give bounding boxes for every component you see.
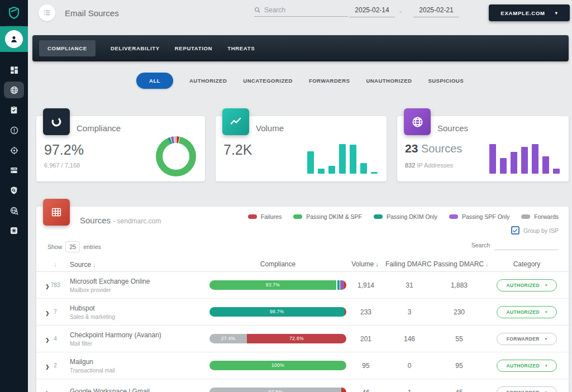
row-passing-dmarc: 230 <box>433 308 485 316</box>
compliance-bar-segment: 100% <box>209 361 346 370</box>
category-pill[interactable]: AUTHORIZED ▾ <box>497 306 557 318</box>
shield-search-icon <box>9 186 18 195</box>
volume-bar <box>339 144 346 174</box>
group-by-isp-toggle[interactable]: Group by ISP <box>511 226 559 235</box>
legend-item: Passing SPF Only <box>449 213 509 220</box>
sources-table-icon <box>43 199 70 226</box>
entries-count-input[interactable] <box>65 241 80 252</box>
alert-circle-icon <box>9 126 19 135</box>
ip-count-label: IP Addresses <box>417 162 453 169</box>
table-search-label: Search <box>471 242 490 250</box>
sendmarc-logo-icon[interactable] <box>0 0 28 26</box>
tab-compliance[interactable]: COMPLIANCE <box>39 40 96 56</box>
sidebar-item-account[interactable] <box>0 26 28 52</box>
filter-item[interactable]: SUSPICIOUS <box>428 78 464 84</box>
row-volume: 95 <box>346 362 385 370</box>
tab-item[interactable]: REPUTATION <box>175 45 212 51</box>
volume-bar <box>318 169 325 174</box>
page-title: Email Sources <box>65 8 119 18</box>
legend-label: Failures <box>261 213 282 220</box>
sort-icon-active[interactable]: ↓ <box>375 261 379 267</box>
row-source-name: Checkpoint Harmony (Avanan) <box>70 331 209 339</box>
table-row[interactable]: ❯ 4 Checkpoint Harmony (Avanan) Mail fil… <box>36 326 569 352</box>
search-icon <box>254 7 261 13</box>
sidebar-item-alerts[interactable] <box>0 120 28 140</box>
column-source[interactable]: Source <box>70 261 91 269</box>
compliance-bar-label: 27.4% <box>209 334 247 343</box>
table-row[interactable]: ❯ 2 Mailgun Transactional mail 100% 95 0… <box>36 352 569 379</box>
sidebar-item-reports[interactable] <box>0 100 28 120</box>
table-search: Search <box>471 241 559 250</box>
show-entries-suffix: entries <box>83 243 101 250</box>
sidebar-item-lookup[interactable] <box>0 200 28 221</box>
compliance-donut-chart <box>156 136 196 176</box>
group-by-isp-checkbox[interactable] <box>511 226 519 235</box>
compliance-percentage: 97.2% <box>44 142 84 158</box>
category-label: FORWARDER <box>507 390 540 392</box>
column-compliance[interactable]: Compliance <box>209 260 346 268</box>
filter-item[interactable]: AUTHORIZED <box>189 78 227 84</box>
legend-label: Passing SPF Only <box>462 213 509 220</box>
category-pill[interactable]: AUTHORIZED ▾ <box>497 279 557 291</box>
table-title-separator: - <box>113 217 115 225</box>
sort-icon[interactable]: ↓ <box>54 261 57 267</box>
caret-down-icon: ▾ <box>555 11 558 16</box>
sources-table-card: Sources - sendmarc.com Failures Passing … <box>36 207 569 392</box>
sidebar-item-dashboard[interactable] <box>0 60 28 80</box>
row-volume: 201 <box>346 335 385 343</box>
table-row[interactable]: ❯ 783 Microsoft Exchange Online Mailbox … <box>36 272 569 299</box>
global-search[interactable] <box>254 6 348 17</box>
sidebar-item-settings[interactable] <box>0 221 28 241</box>
row-ip-count: 2 <box>47 362 63 369</box>
table-search-input[interactable] <box>494 241 559 250</box>
top-bar: Email Sources - EXAMPLE.COM ▾ <box>28 0 572 26</box>
tab-item[interactable]: DELIVERABILITY <box>111 45 160 51</box>
filter-all[interactable]: ALL <box>136 73 173 89</box>
filter-item[interactable]: UNCATEGORIZED <box>243 78 293 84</box>
row-compliance-bar: 93.7% <box>209 280 346 290</box>
search-input[interactable] <box>264 6 342 14</box>
table-row[interactable]: ❯ 7 Hubspot Sales & marketing 98.7% 23 <box>36 299 569 326</box>
table-row[interactable]: ❯ Google Workspace | Gmail 97.8% 46 <box>36 379 569 392</box>
sources-count-label: Sources <box>421 142 462 155</box>
date-to-input[interactable] <box>413 6 459 17</box>
sidebar-item-hosts[interactable] <box>0 160 28 180</box>
row-failing-dmarc: 1 <box>385 389 433 392</box>
category-pill[interactable]: FORWARDER ▾ <box>497 333 557 345</box>
category-pill[interactable]: AUTHORIZED ▾ <box>497 360 557 372</box>
column-failing-dmarc[interactable]: Failing DMARC <box>385 260 432 268</box>
compliance-bar-label: 93.7% <box>209 280 336 290</box>
sidebar-item-email-sources[interactable] <box>0 80 28 100</box>
domain-selector-button[interactable]: EXAMPLE.COM ▾ <box>489 4 570 21</box>
sources-count: 23 <box>405 142 418 155</box>
volume-bar <box>307 151 314 174</box>
tab-item[interactable]: THREATS <box>227 45 255 51</box>
volume-bar <box>360 163 367 174</box>
filter-item[interactable]: UNAUTHORIZED <box>366 78 412 84</box>
category-label: AUTHORIZED <box>506 309 540 315</box>
category-pill[interactable]: FORWARDER ▾ <box>497 386 557 392</box>
date-from-input[interactable] <box>349 6 395 17</box>
row-failing-dmarc: 3 <box>385 308 433 316</box>
sidebar-item-detection[interactable] <box>0 140 28 160</box>
caret-down-icon: ▾ <box>545 310 547 314</box>
clipboard-check-icon <box>9 106 18 114</box>
volume-card-icon <box>222 108 249 135</box>
compliance-bar-label: 97.8% <box>209 388 341 392</box>
date-range-separator: - <box>399 8 402 16</box>
filter-item[interactable]: FORWARDERS <box>309 78 350 84</box>
sidebar-item-tls-rpt[interactable] <box>0 180 28 200</box>
compliance-legend: Failures Passing DKIM & SPF Passing DKIM… <box>248 213 559 220</box>
column-passing-dmarc[interactable]: Passing DMARC <box>433 260 484 268</box>
menu-button[interactable] <box>39 4 55 21</box>
row-failing-dmarc: 146 <box>385 335 433 343</box>
sort-icon[interactable]: ↓ <box>93 261 96 268</box>
legend-swatch <box>449 214 458 219</box>
donut-icon <box>50 115 63 128</box>
column-volume[interactable]: Volume <box>351 260 374 268</box>
compliance-bar-segment <box>341 388 346 392</box>
ip-count: 832 <box>405 162 415 169</box>
table-title: Sources - sendmarc.com <box>80 216 161 225</box>
category-label: FORWARDER <box>507 336 540 342</box>
row-source-name: Hubspot <box>70 304 209 312</box>
